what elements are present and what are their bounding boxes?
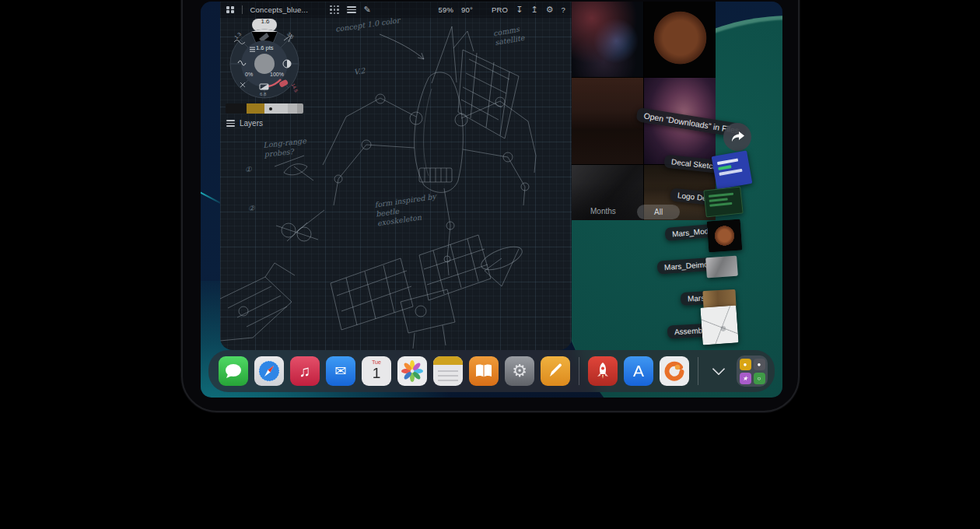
toolbar-divider — [242, 5, 243, 14]
applib-camera-icon: ● — [754, 359, 765, 370]
thumb-assembly[interactable] — [700, 305, 738, 345]
layers-menu-icon — [226, 118, 235, 128]
opacity-max-label: 100% — [270, 72, 284, 77]
dock-app-messages[interactable] — [219, 356, 248, 386]
thumb-logo-detail[interactable] — [703, 187, 743, 218]
rocket-icon — [588, 356, 618, 386]
notes-header-strip — [433, 356, 463, 365]
stroke-width-label: 1.6 pts — [256, 44, 274, 51]
active-brush-size: 1.6 — [228, 18, 303, 25]
calendar-weekday: Tue — [362, 359, 391, 365]
dock-app-library[interactable]: ● ● ★ ○ — [737, 356, 768, 387]
mail-envelope-icon: ✉ — [326, 356, 355, 386]
dock-app-music[interactable]: ♫ — [290, 356, 320, 386]
photos-tab-all[interactable]: All — [637, 205, 680, 219]
brush-size-bottom: 6.8 — [260, 92, 266, 96]
dock-app-photos[interactable] — [397, 356, 427, 386]
settings-gear-icon: ⚙ — [505, 356, 534, 386]
notes-line — [438, 375, 458, 377]
notes-line — [438, 370, 458, 372]
dock-app-pages[interactable] — [541, 356, 570, 386]
pages-pen-icon — [541, 356, 570, 386]
dock-app-appstore[interactable]: A — [624, 356, 653, 386]
document-title[interactable]: Concepts_blue... — [250, 5, 309, 14]
dock-collapse-chevron[interactable] — [707, 356, 730, 386]
pen-mode-icon[interactable]: ✎ — [364, 5, 371, 14]
zoom-level[interactable]: 59% — [438, 5, 453, 14]
dock-app-calendar[interactable]: Tue 1 — [362, 356, 391, 386]
rotation-value[interactable]: 90° — [461, 5, 473, 14]
layers-label: Layers — [240, 119, 263, 128]
swatch-gray[interactable] — [288, 103, 297, 114]
annotation-number-2: ② — [248, 204, 255, 213]
gallery-grid-icon[interactable] — [226, 6, 234, 14]
dock-app-concepts[interactable] — [660, 356, 689, 386]
color-swatch-bar — [226, 103, 303, 114]
dock-app-safari[interactable] — [254, 356, 284, 386]
messages-bubble-icon — [219, 356, 248, 386]
music-note-icon: ♫ — [290, 356, 320, 386]
applib-clock-icon: ○ — [754, 373, 765, 384]
dock: ♫ ✉ Tue 1 — [208, 350, 775, 392]
annotation-version: V.2 — [353, 66, 366, 77]
share-arrow-icon — [730, 131, 744, 143]
notes-line — [438, 380, 458, 381]
concepts-toolbar: Concepts_blue... ✎ 59% 90° PRO ↧ ↥ ⚙ ? — [220, 2, 572, 18]
ipad-bezel: concept 1.0 color comms satellite V.2 Lo… — [181, 0, 800, 412]
thumb-mars-model[interactable] — [707, 219, 743, 253]
pro-badge[interactable]: PRO — [492, 5, 508, 14]
tool-wheel[interactable]: 1.6 1.3 3.5 6.8 14.5 1.6 pts 0% 100% — [228, 19, 303, 106]
appstore-a-icon: A — [624, 356, 653, 386]
dock-app-books[interactable] — [469, 356, 499, 386]
selection-layers-icon[interactable] — [347, 5, 356, 15]
dock-divider — [698, 357, 698, 385]
concepts-app-window[interactable]: concept 1.0 color comms satellite V.2 Lo… — [220, 2, 572, 350]
thumb-mars-deimos[interactable] — [705, 256, 738, 279]
ipad-screen: concept 1.0 color comms satellite V.2 Lo… — [201, 2, 782, 398]
concepts-c-icon — [660, 356, 689, 386]
applib-star-icon: ★ — [740, 373, 751, 384]
photos-tab-months[interactable]: Months — [590, 207, 616, 215]
swatch-dark-gray[interactable] — [297, 103, 303, 114]
applib-tips-icon: ● — [740, 359, 751, 370]
dock-app-rocket[interactable] — [588, 356, 618, 386]
opacity-min-label: 0% — [245, 72, 253, 77]
share-forward-button[interactable] — [723, 123, 751, 151]
swatch-light-gray[interactable] — [264, 103, 288, 114]
dock-app-settings[interactable]: ⚙ — [505, 356, 534, 386]
safari-compass-icon — [254, 356, 284, 386]
selected-swatch-dot — [269, 107, 272, 110]
settings-gear-icon[interactable]: ⚙ — [546, 5, 554, 14]
import-icon[interactable]: ↧ — [516, 5, 523, 14]
annotation-number-1: ① — [245, 165, 252, 174]
photos-flower-icon — [397, 356, 427, 386]
swatch-ochre[interactable] — [247, 103, 264, 114]
books-open-book-icon — [469, 356, 499, 386]
export-icon[interactable]: ↥ — [530, 5, 537, 14]
chevron-down-icon — [712, 363, 726, 376]
snap-grid-icon[interactable] — [330, 5, 339, 15]
swatch-black[interactable] — [226, 103, 247, 114]
thumb-decal-sketches[interactable] — [712, 150, 753, 189]
stage: concept 1.0 color comms satellite V.2 Lo… — [0, 0, 980, 529]
dock-app-mail[interactable]: ✉ — [326, 356, 355, 386]
calendar-day: 1 — [362, 365, 391, 382]
dock-divider — [579, 357, 579, 385]
dock-app-notes[interactable] — [433, 356, 463, 386]
help-button[interactable]: ? — [562, 5, 565, 14]
layers-button[interactable]: Layers — [226, 118, 263, 128]
